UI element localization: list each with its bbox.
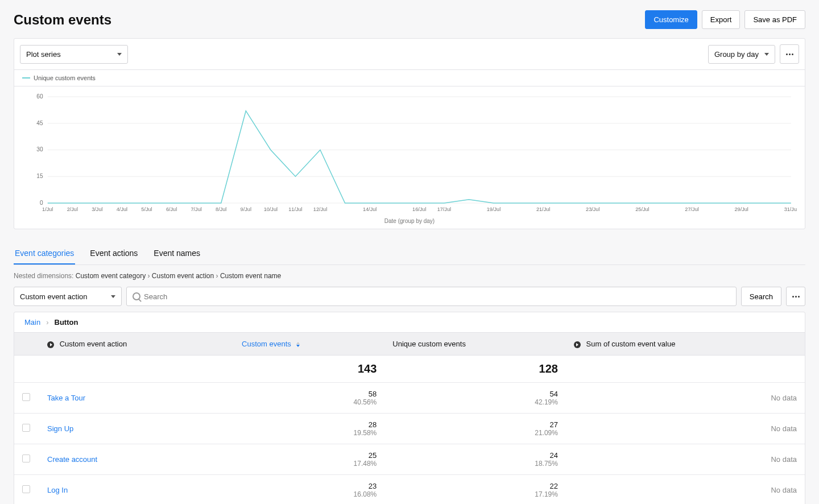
nested-dim-2: Custom event name [220,272,281,280]
row-unique: 54 [392,390,558,398]
nested-label: Nested dimensions: [14,272,73,280]
breadcrumb-current: Button [55,318,78,327]
svg-text:30: 30 [36,147,43,153]
svg-text:12/Jul: 12/Jul [313,206,327,212]
events-table: Custom event action Custom events Unique… [14,332,805,504]
svg-text:31/Jul: 31/Jul [784,206,797,212]
row-label[interactable]: Log In [47,486,68,494]
legend-line-icon [22,77,30,79]
row-unique-pct: 42.19% [392,398,558,406]
row-label[interactable]: Sign Up [47,424,73,433]
row-events-pct: 19.58% [242,429,377,437]
row-checkbox[interactable] [22,424,30,432]
chart-more-button[interactable] [780,44,799,64]
col-checkbox [14,333,39,356]
chevron-right-icon: › [46,318,48,327]
more-icon [792,296,800,298]
table-more-button[interactable] [786,287,805,306]
group-by-dropdown[interactable]: Group by day [708,45,775,64]
group-by-label: Group by day [714,50,759,59]
page-header: Custom events Customize Export Save as P… [14,10,805,29]
svg-text:0: 0 [40,200,43,206]
table-breadcrumb: Main › Button [14,312,805,332]
page-title: Custom events [14,12,111,28]
svg-text:27/Jul: 27/Jul [685,206,698,212]
table-row: Take a Tour5840.56%5442.19%No data [14,383,805,414]
chart-toolbar: Plot series Group by day [14,39,805,70]
customize-button[interactable]: Customize [645,10,697,29]
svg-text:2/Jul: 2/Jul [67,206,78,212]
svg-text:17/Jul: 17/Jul [437,206,451,212]
svg-text:19/Jul: 19/Jul [487,206,500,212]
x-axis-label: Date (group by day) [22,214,797,230]
plot-series-label: Plot series [26,50,61,59]
row-events-pct: 16.08% [242,490,377,498]
row-sum: No data [771,455,797,464]
tab-categories[interactable]: Event categories [14,243,75,265]
row-sum: No data [771,424,797,433]
row-checkbox[interactable] [22,393,30,401]
svg-text:14/Jul: 14/Jul [363,206,377,212]
svg-text:1/Jul: 1/Jul [42,206,53,212]
search-button[interactable]: Search [741,287,781,306]
svg-text:11/Jul: 11/Jul [288,206,302,212]
search-input-wrap[interactable] [126,287,737,306]
dimension-dropdown[interactable]: Custom event action [14,287,122,306]
chevron-down-icon [117,53,122,56]
col-custom-events[interactable]: Custom events [234,333,384,356]
svg-text:4/Jul: 4/Jul [117,206,127,212]
search-input[interactable] [140,288,730,305]
table-row: Create account2517.48%2418.75%No data [14,444,805,475]
chart-panel: Plot series Group by day Unique custom e… [14,38,805,229]
tab-names[interactable]: Event names [152,243,201,265]
breadcrumb-main[interactable]: Main [24,318,40,327]
row-checkbox[interactable] [22,455,30,462]
tabs: Event categories Event actions Event nam… [14,243,805,265]
row-events-pct: 17.48% [242,460,377,468]
col-action[interactable]: Custom event action [39,333,234,356]
row-checkbox[interactable] [22,485,30,493]
row-label[interactable]: Take a Tour [47,394,85,402]
svg-text:7/Jul: 7/Jul [191,206,201,212]
nested-dim-0: Custom event category [76,272,146,280]
header-actions: Customize Export Save as PDF [645,10,805,29]
row-unique-pct: 18.75% [392,460,558,468]
svg-text:6/Jul: 6/Jul [166,206,177,212]
table-panel: Main › Button Custom event action Custom… [14,312,805,504]
save-pdf-button[interactable]: Save as PDF [744,10,805,29]
row-events: 25 [242,451,377,460]
nested-dimensions: Nested dimensions: Custom event category… [14,272,805,280]
chart-svg: 0153045601/Jul2/Jul3/Jul4/Jul5/Jul6/Jul7… [22,92,797,214]
svg-text:45: 45 [36,120,43,126]
svg-text:15: 15 [36,173,43,179]
svg-text:3/Jul: 3/Jul [92,206,102,212]
plot-series-dropdown[interactable]: Plot series [20,45,128,64]
svg-text:10/Jul: 10/Jul [264,206,278,212]
dimension-dropdown-label: Custom event action [20,292,88,301]
row-events: 28 [242,420,377,429]
play-icon [47,341,54,348]
nested-dim-1: Custom event action [152,272,214,280]
chart-legend: Unique custom events [14,70,805,86]
chart-area: 0153045601/Jul2/Jul3/Jul4/Jul5/Jul6/Jul7… [14,86,805,229]
total-unique: 128 [392,362,558,375]
total-custom-events: 143 [242,362,377,375]
sort-icon [296,342,300,347]
col-unique[interactable]: Unique custom events [384,333,566,356]
row-sum: No data [771,486,797,494]
col-sum[interactable]: Sum of custom event value [566,333,805,356]
tab-actions[interactable]: Event actions [89,243,139,265]
svg-text:23/Jul: 23/Jul [586,206,599,212]
svg-text:29/Jul: 29/Jul [735,206,748,212]
svg-text:21/Jul: 21/Jul [536,206,550,212]
row-unique-pct: 21.09% [392,429,558,437]
filter-row: Custom event action Search [14,287,805,306]
chevron-down-icon [111,295,115,298]
table-row: Sign Up2819.58%2721.09%No data [14,414,805,444]
row-label[interactable]: Create account [47,455,97,464]
row-unique-pct: 17.19% [392,490,558,498]
row-unique: 27 [392,420,558,429]
export-button[interactable]: Export [702,10,741,29]
row-events: 58 [242,390,377,398]
totals-row: 143 128 [14,356,805,383]
